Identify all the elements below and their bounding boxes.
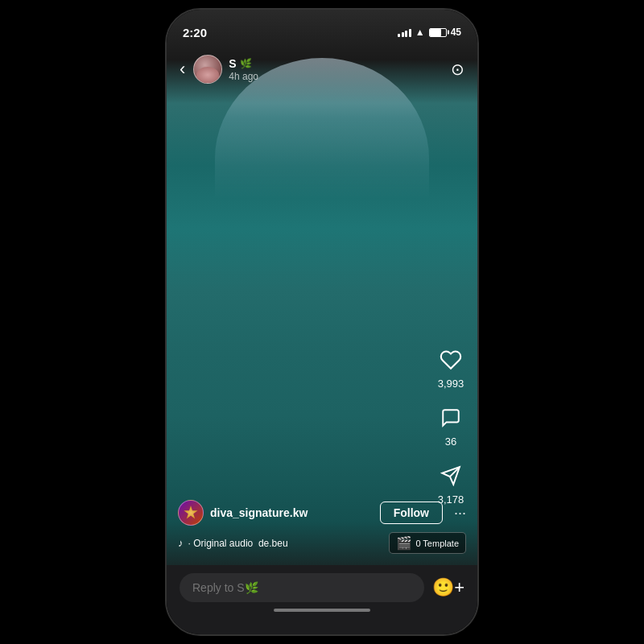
like-button[interactable]: 3,993 [436, 345, 466, 390]
share-button[interactable]: 3,178 [436, 460, 466, 506]
comment-area: 🙂+ [167, 565, 477, 634]
status-icons: ▲ 45 [398, 27, 461, 38]
right-actions: 3,993 36 3,178 [436, 345, 466, 506]
user-avatar-small [178, 500, 204, 526]
audio-text: · Original audio de.beu [188, 538, 385, 549]
music-note-icon: ♪ [178, 537, 184, 549]
user-info: S 🌿 4h ago [229, 57, 451, 82]
header-username: S 🌿 [229, 57, 451, 70]
bottom-username: diva_signature.kw [210, 506, 374, 519]
comment-input-row: 🙂+ [180, 573, 464, 602]
template-badge[interactable]: 🎬 0 Template [389, 532, 466, 554]
wifi-icon: ▲ [415, 27, 425, 38]
leaf-emoji: 🌿 [240, 58, 252, 69]
template-icon: 🎬 [396, 535, 412, 551]
bar4 [409, 29, 411, 37]
avatar-body [196, 67, 219, 83]
comment-button[interactable]: 36 [436, 402, 466, 448]
battery-icon [429, 28, 447, 37]
template-label: 0 Template [415, 539, 459, 548]
camera-icon[interactable]: ⊙ [451, 60, 464, 79]
audio-row: ♪ · Original audio de.beu 🎬 0 Template [178, 532, 466, 554]
comment-count: 36 [445, 436, 456, 448]
status-time: 2:20 [183, 26, 207, 39]
signal-bars [398, 27, 411, 37]
heart-icon [436, 345, 466, 375]
battery-fill [430, 29, 441, 36]
top-bar: ‹ S 🌿 4h ago ⊙ [167, 45, 477, 93]
follow-button[interactable]: Follow [380, 502, 443, 524]
comment-icon [436, 402, 466, 433]
home-indicator [274, 609, 370, 612]
status-bar: 2:20 ▲ 45 [167, 10, 477, 45]
emoji-button[interactable]: 🙂+ [432, 577, 464, 598]
avatar [193, 55, 222, 84]
phone-frame: 2:20 ▲ 45 ‹ S 🌿 4h ago [165, 8, 479, 636]
user-avatar-inner [184, 506, 198, 520]
battery-percent: 45 [451, 27, 461, 38]
bar2 [402, 32, 404, 37]
time-ago: 4h ago [229, 71, 451, 82]
bar3 [405, 31, 407, 37]
bar1 [398, 34, 400, 37]
user-row: diva_signature.kw Follow ··· [178, 500, 466, 526]
like-count: 3,993 [438, 378, 464, 390]
comment-input[interactable] [180, 573, 424, 602]
share-icon [436, 460, 466, 491]
bottom-overlay: diva_signature.kw Follow ··· ♪ · Origina… [167, 500, 477, 562]
back-button[interactable]: ‹ [180, 59, 185, 80]
more-options-icon[interactable]: ··· [454, 505, 466, 522]
